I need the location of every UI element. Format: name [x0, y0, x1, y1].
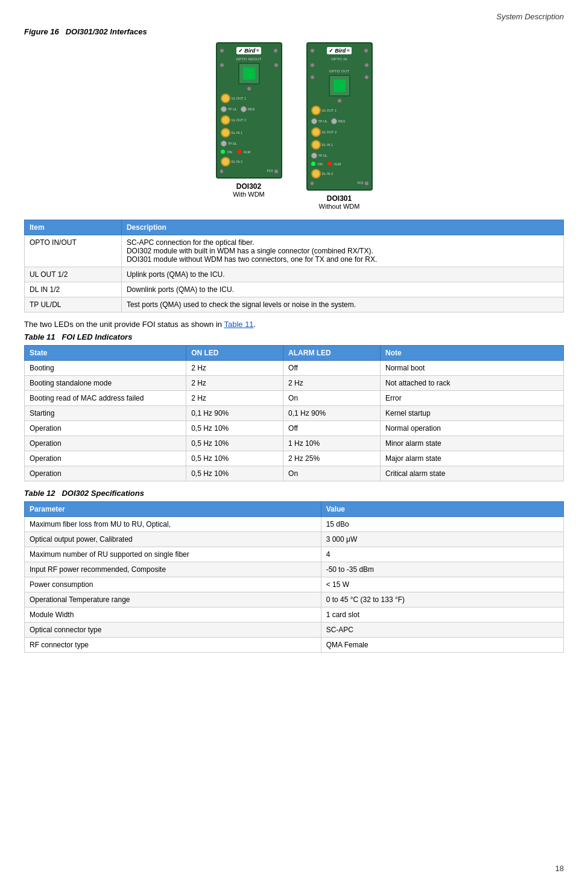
screw-opto-l: [220, 63, 224, 68]
state-cell: Starting: [25, 406, 186, 421]
ul-out2-302: UL OUT 2: [220, 115, 279, 125]
bird-logo-302: ✓ Bird®: [236, 47, 261, 54]
interface-table: Item Description OPTO IN/OUT SC-APC conn…: [24, 220, 564, 312]
ul-out2-label-301: UL OUT 2: [322, 130, 337, 134]
value-cell: 4: [321, 547, 563, 562]
doi302-label: DOI302: [236, 182, 261, 191]
doi302-sublabel: With WDM: [233, 191, 265, 198]
value-cell: QMA Female: [321, 638, 563, 653]
screw-bl-301: [310, 181, 314, 186]
alarm-led-cell: Off: [283, 421, 381, 436]
note-cell: Normal operation: [381, 421, 564, 436]
table-row: RF connector type QMA Female: [25, 638, 564, 653]
screws-row-opto-in-301: [310, 63, 369, 68]
value-cell: SC-APC: [321, 623, 563, 638]
screws-row-opto-302: [220, 63, 279, 84]
screw-opto-out-r-301: [364, 75, 369, 80]
opto-in-label-301: OPTO IN: [331, 57, 347, 61]
ul-out1-connector-301: [311, 106, 321, 115]
bottom-row-301: FOI: [310, 181, 369, 186]
table-row: Module Width 1 card slot: [25, 607, 564, 623]
alarm-led-cell: On: [283, 391, 381, 406]
note-cell: Kernel startup: [381, 406, 564, 421]
res-connector-302: [241, 106, 247, 112]
opto-inout-label-302: OPTO IN/OUT: [236, 57, 261, 61]
state-cell: Booting read of MAC address failed: [25, 391, 186, 406]
param-cell: Optical connector type: [25, 623, 321, 638]
screw-opto-r: [274, 63, 279, 68]
screw-tl: [220, 48, 224, 53]
param-cell: Optical output power, Calibrated: [25, 532, 321, 547]
screw-center-301: [337, 98, 342, 103]
table11-link[interactable]: Table 11: [224, 320, 253, 329]
dl-in2-301: DL IN 2: [310, 168, 369, 179]
dl-in2-label-302: DL IN 2: [232, 160, 242, 163]
dl-in1-302: DL IN 1: [220, 127, 279, 138]
tp-dl-connector-301: [311, 153, 317, 159]
screw-tr: [273, 48, 278, 53]
state-cell: Booting: [25, 361, 186, 376]
table12: Parameter Value Maximum fiber loss from …: [24, 501, 564, 653]
table-row: Input RF power recommended, Composite -5…: [25, 562, 564, 577]
item-cell: DL IN 1/2: [25, 282, 122, 297]
table11: State ON LED ALARM LED Note Booting 2 Hz…: [24, 345, 564, 481]
screw-opto-in-r-301: [364, 63, 369, 68]
table-row: Booting standalone mode 2 Hz 2 Hz Not at…: [25, 376, 564, 391]
figure-title: Figure 16 DOI301/302 Interfaces: [24, 27, 564, 36]
doi301-card: ✓ Bird® OPTO IN OPTO OUT: [306, 42, 373, 191]
alm-led-302: [237, 150, 241, 154]
on-led-cell: 2 Hz: [186, 391, 283, 406]
alm-label-302: ALM: [244, 150, 250, 154]
tp-ul-connector-302: [221, 106, 227, 112]
tp-dl-connector-302: [221, 141, 227, 147]
alarm-led-cell: 0,1 Hz 90%: [283, 406, 381, 421]
dl-in1-301: DL IN 1: [310, 139, 369, 150]
desc-cell: SC-APC connection for the optical fiber.…: [121, 235, 563, 267]
table-row: Booting read of MAC address failed 2 Hz …: [25, 391, 564, 406]
table-row: Power consumption < 15 W: [25, 577, 564, 592]
param-cell: Maximum fiber loss from MU to RU, Optica…: [25, 517, 321, 532]
table-row: Operational Temperature range 0 to 45 °C…: [25, 592, 564, 607]
alarm-led-cell: 1 Hz 10%: [283, 436, 381, 451]
screw-br-301: [364, 181, 368, 186]
state-cell: Operation: [25, 436, 186, 451]
desc-cell: Downlink ports (QMA) to the ICU.: [121, 282, 563, 297]
t11-col-state: State: [25, 346, 186, 361]
leds-301: ON ALM: [310, 161, 369, 167]
value-cell: 0 to 45 °C (32 to 133 °F): [321, 592, 563, 607]
table-row: Operation 0,5 Hz 10% On Critical alarm s…: [25, 466, 564, 481]
on-led-cell: 2 Hz: [186, 361, 283, 376]
on-led-cell: 0,5 Hz 10%: [186, 421, 283, 436]
alarm-led-cell: Off: [283, 361, 381, 376]
item-cell: OPTO IN/OUT: [25, 235, 122, 267]
state-cell: Booting standalone mode: [25, 376, 186, 391]
on-led-cell: 0,5 Hz 10%: [186, 436, 283, 451]
doi302-card: ✓ Bird® OPTO IN/OUT UL OUT: [216, 42, 282, 179]
on-led-301: [311, 162, 315, 166]
alm-label-301: ALM: [334, 162, 341, 166]
tp-dl-label-302: TP DL: [228, 142, 238, 145]
table-row: Optical connector type SC-APC: [25, 623, 564, 638]
opto-connector-302: [238, 63, 260, 84]
opto-out-label-301: OPTO OUT: [329, 69, 350, 73]
bird-logo-301: ✓ Bird®: [327, 47, 351, 54]
doi301-module: ✓ Bird® OPTO IN OPTO OUT: [306, 42, 373, 210]
t12-col-param: Parameter: [25, 502, 321, 517]
value-cell: -50 to -35 dBm: [321, 562, 563, 577]
tp-dl-302: TP DL: [220, 140, 279, 147]
value-cell: 1 card slot: [321, 607, 563, 623]
res-label-302: RES: [248, 107, 254, 111]
ul-out1-connector-302: [221, 94, 230, 103]
ul-out2-301: UL OUT 2: [310, 127, 369, 138]
screw-tl-301: [310, 48, 315, 53]
ul-out1-label-302: UL OUT 1: [232, 97, 246, 100]
opto-connector-301: [329, 75, 350, 97]
table-row: Maximum fiber loss from MU to RU, Optica…: [25, 517, 564, 532]
on-label-302: ON: [227, 150, 232, 154]
tp-ul-label-301: TP UL: [318, 119, 328, 123]
on-led-cell: 0,5 Hz 10%: [186, 466, 283, 481]
table-row: Starting 0,1 Hz 90% 0,1 Hz 90% Kernel st…: [25, 406, 564, 421]
opto-inner-302: [243, 68, 255, 80]
on-led-302: [221, 150, 225, 154]
tp-ul-label-302: TP UL: [228, 107, 238, 111]
